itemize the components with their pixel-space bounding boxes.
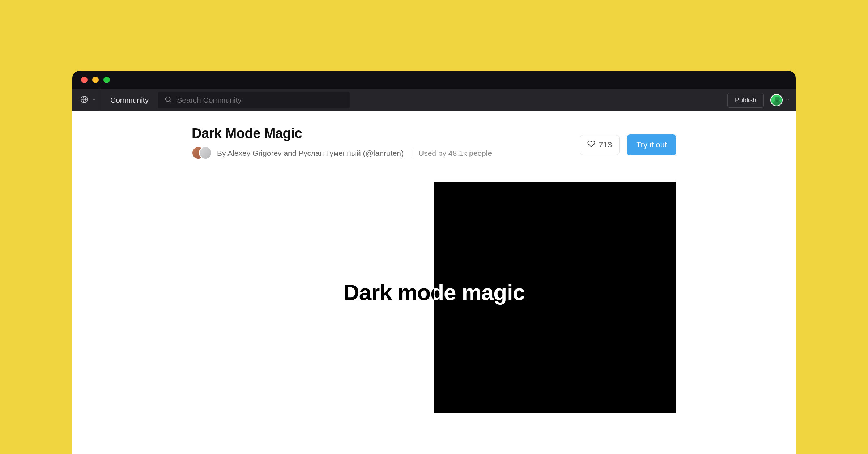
search-input[interactable] [177, 96, 343, 104]
try-it-out-button[interactable]: Try it out [627, 134, 676, 155]
user-menu[interactable] [770, 94, 790, 106]
window-minimize-button[interactable] [92, 77, 99, 83]
globe-icon [80, 95, 88, 105]
used-by-text: Used by 48.1k people [418, 149, 492, 158]
divider [411, 149, 411, 158]
page-header: Dark Mode Magic By Alexey Grigorev and Р… [192, 126, 676, 160]
user-avatar [770, 94, 783, 106]
publish-button[interactable]: Publish [727, 93, 764, 108]
svg-line-3 [170, 101, 171, 102]
globe-menu[interactable] [78, 89, 101, 111]
author-avatar [199, 146, 212, 159]
window-close-button[interactable] [81, 77, 88, 83]
header-actions: 713 Try it out [580, 134, 676, 155]
app-toolbar: Community Publish [72, 89, 796, 111]
like-button[interactable]: 713 [580, 135, 620, 155]
window-maximize-button[interactable] [103, 77, 110, 83]
svg-point-2 [166, 97, 170, 102]
chevron-down-icon [92, 97, 96, 103]
chevron-down-icon [786, 97, 790, 103]
preview-area: Dark mode magic Dark mode magic [192, 182, 676, 413]
nav-community[interactable]: Community [101, 96, 158, 104]
search-icon [165, 96, 172, 104]
like-count: 713 [599, 140, 612, 150]
content-area: Dark Mode Magic By Alexey Grigorev and Р… [72, 111, 796, 454]
search-container[interactable] [158, 92, 350, 108]
window-titlebar [72, 71, 796, 89]
byline-text[interactable]: By Alexey Grigorev and Руслан Гуменный (… [217, 149, 404, 158]
author-avatars[interactable] [192, 146, 211, 160]
browser-window: Community Publish Dark Mo [72, 71, 796, 454]
heart-icon [587, 140, 595, 150]
